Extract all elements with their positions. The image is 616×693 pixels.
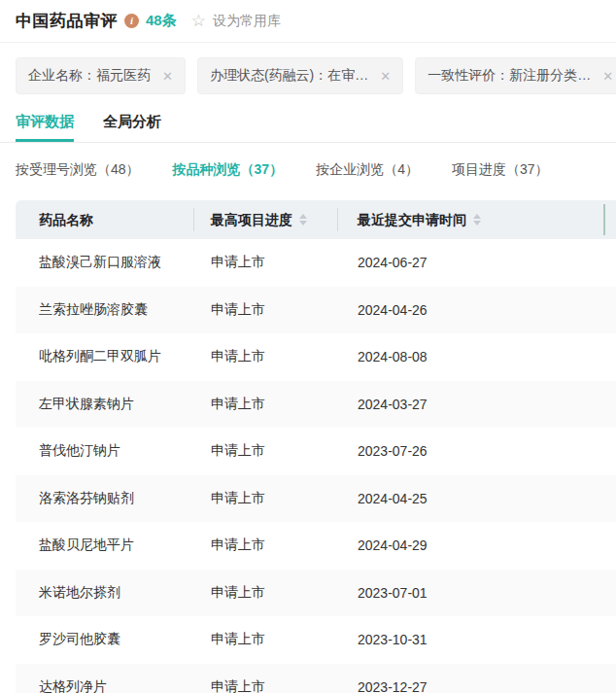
drug-name-cell[interactable]: 达格列净片 — [16, 678, 193, 693]
subtab-1[interactable]: 按品种浏览（37） — [173, 159, 284, 179]
progress-cell: 申请上市 — [193, 631, 337, 648]
close-icon[interactable]: ✕ — [380, 70, 391, 83]
progress-cell: 申请上市 — [193, 490, 337, 507]
progress-cell: 申请上市 — [193, 254, 337, 271]
subtab-2[interactable]: 按企业浏览（4） — [316, 159, 419, 179]
drug-name-cell[interactable]: 盐酸贝尼地平片 — [16, 537, 193, 554]
drug-name-cell[interactable]: 左甲状腺素钠片 — [16, 396, 193, 413]
filter-chip: 一致性评价：新注册分类… ✕ — [415, 57, 616, 94]
filter-chip-label: 办理状态(药融云)：在审… — [210, 67, 368, 85]
filter-chip: 办理状态(药融云)：在审… ✕ — [197, 57, 403, 94]
progress-cell: 申请上市 — [193, 396, 337, 413]
tab-0[interactable]: 审评数据 — [16, 107, 74, 142]
set-favorite-button[interactable]: 设为常用库 — [213, 13, 281, 30]
column-header: 最高项目进度 — [193, 200, 337, 239]
date-cell: 2024-03-27 — [337, 397, 604, 412]
filter-chip-label: 企业名称：福元医药 — [28, 67, 151, 85]
table-row[interactable]: 米诺地尔搽剂 申请上市 2023-07-01 — [16, 570, 616, 617]
date-cell: 2023-12-27 — [337, 679, 604, 693]
drug-name-cell[interactable]: 罗沙司他胶囊 — [16, 631, 193, 648]
column-header-label: 药品名称 — [39, 213, 93, 226]
table-row[interactable]: 洛索洛芬钠贴剂 申请上市 2024-04-25 — [16, 475, 616, 523]
date-cell: 2024-08-08 — [337, 349, 604, 364]
column-header: 最近提交申请时间 — [337, 200, 604, 239]
column-header-label: 最高项目进度 — [211, 213, 292, 226]
progress-cell: 申请上市 — [193, 348, 337, 365]
date-cell: 2024-04-26 — [337, 302, 604, 318]
date-cell: 2024-06-27 — [337, 255, 604, 270]
drug-name-cell[interactable]: 普伐他汀钠片 — [16, 442, 193, 460]
column-header-label: 最近提交申请时间 — [358, 213, 466, 226]
table-row[interactable]: 盐酸贝尼地平片 申请上市 2024-04-29 — [16, 522, 616, 570]
filter-chip-label: 一致性评价：新注册分类… — [428, 67, 591, 85]
column-header: 药品名称 — [16, 200, 193, 239]
table-row[interactable]: 罗沙司他胶囊 申请上市 2023-10-31 — [16, 616, 616, 664]
progress-cell: 申请上市 — [193, 301, 337, 319]
drug-name-cell[interactable]: 盐酸溴己新口服溶液 — [16, 254, 193, 271]
table-row[interactable]: 吡格列酮二甲双胍片 申请上市 2024-08-08 — [16, 333, 616, 381]
table-row[interactable]: 左甲状腺素钠片 申请上市 2024-03-27 — [16, 381, 616, 429]
record-count: 48条 — [146, 12, 177, 30]
main-tabs: 审评数据 全局分析 — [0, 107, 616, 143]
title-bar: 中国药品审评 i 48条 ☆ 设为常用库 — [0, 0, 616, 43]
progress-cell: 申请上市 — [193, 584, 337, 602]
info-icon[interactable]: i — [124, 14, 139, 28]
progress-cell: 申请上市 — [193, 537, 337, 554]
star-icon[interactable]: ☆ — [191, 13, 206, 29]
drug-table: 药品名称 最高项目进度 最近提交申请时间 盐酸溴己新口服溶液 申请上市 2024… — [16, 200, 616, 693]
progress-cell: 申请上市 — [193, 678, 337, 693]
table-row[interactable]: 盐酸溴己新口服溶液 申请上市 2024-06-27 — [16, 239, 616, 287]
table-row[interactable]: 达格列净片 申请上市 2023-12-27 — [16, 664, 616, 693]
drug-name-cell[interactable]: 吡格列酮二甲双胍片 — [16, 348, 193, 365]
close-icon[interactable]: ✕ — [162, 70, 173, 83]
date-cell: 2024-04-29 — [337, 537, 604, 553]
table-body: 盐酸溴己新口服溶液 申请上市 2024-06-27 兰索拉唑肠溶胶囊 申请上市 … — [16, 239, 616, 693]
table-header-row: 药品名称 最高项目进度 最近提交申请时间 — [16, 200, 616, 239]
close-icon[interactable]: ✕ — [602, 70, 613, 83]
drug-name-cell[interactable]: 洛索洛芬钠贴剂 — [16, 490, 193, 507]
tab-1[interactable]: 全局分析 — [103, 107, 161, 142]
view-subtabs: 按受理号浏览（48） 按品种浏览（37） 按企业浏览（4） 项目进度（37） — [0, 143, 616, 192]
drug-name-cell[interactable]: 米诺地尔搽剂 — [16, 584, 193, 602]
drug-name-cell[interactable]: 兰索拉唑肠溶胶囊 — [16, 301, 193, 319]
column-edge-divider — [603, 204, 605, 235]
date-cell: 2024-04-25 — [337, 491, 604, 506]
filter-chip: 企业名称：福元医药 ✕ — [16, 57, 186, 94]
date-cell: 2023-07-01 — [337, 585, 604, 601]
subtab-3[interactable]: 项目进度（37） — [452, 159, 549, 179]
table-row[interactable]: 兰索拉唑肠溶胶囊 申请上市 2024-04-26 — [16, 287, 616, 334]
date-cell: 2023-07-26 — [337, 443, 604, 459]
filter-chip-bar: 企业名称：福元医药 ✕ 办理状态(药融云)：在审… ✕ 一致性评价：新注册分类…… — [0, 43, 616, 107]
subtab-0[interactable]: 按受理号浏览（48） — [16, 159, 140, 179]
sort-icon[interactable] — [299, 214, 307, 225]
page-title: 中国药品审评 — [16, 10, 118, 32]
progress-cell: 申请上市 — [193, 442, 337, 460]
table-row[interactable]: 普伐他汀钠片 申请上市 2023-07-26 — [16, 428, 616, 475]
date-cell: 2023-10-31 — [337, 632, 604, 647]
sort-icon[interactable] — [473, 214, 481, 225]
